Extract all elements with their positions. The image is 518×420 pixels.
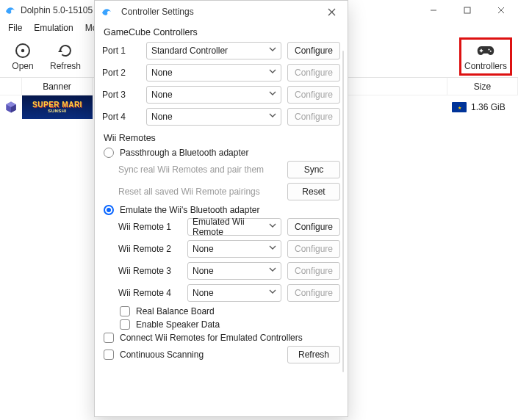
wii-remote4-label: Wii Remote 4 (118, 288, 181, 298)
radio-emulate[interactable]: Emulate the Wii's Bluetooth adapter (104, 205, 340, 215)
gc-port4-select[interactable]: None (146, 108, 281, 126)
refresh-icon (57, 42, 74, 61)
speaker-data-check[interactable]: Enable Speaker Data (120, 319, 340, 330)
gc-port4-label: Port 4 (102, 112, 140, 122)
platform-cell (0, 101, 22, 114)
reset-row: Reset all saved Wii Remote pairings Rese… (118, 183, 340, 200)
wii-remote2-label: Wii Remote 2 (118, 244, 181, 254)
continuous-scan-label[interactable]: Continuous Scanning (120, 350, 281, 360)
wii-remote2-select[interactable]: None (187, 240, 281, 258)
eu-flag-icon (452, 102, 467, 112)
gamepad-icon (477, 42, 494, 61)
gc-port2-row: Port 2 None Configure (102, 64, 340, 82)
connect-emulated-label: Connect Wii Remotes for Emulated Control… (120, 333, 303, 343)
dialog-title-text: Controller Settings (121, 7, 194, 17)
gc-port2-select[interactable]: None (146, 64, 281, 82)
wii-remote1-select[interactable]: Emulated Wii Remote (187, 218, 281, 236)
wii-remote2-configure[interactable]: Configure (287, 240, 340, 258)
dialog-titlebar: Controller Settings (95, 1, 348, 23)
menu-file[interactable]: File (3, 22, 27, 34)
chevron-down-icon (269, 112, 276, 119)
real-balance-label: Real Balance Board (136, 306, 215, 316)
minimize-button[interactable] (417, 0, 450, 21)
disc-icon (14, 42, 32, 61)
svg-point-8 (488, 48, 489, 50)
checkbox-icon (120, 319, 130, 330)
gc-port3-configure[interactable]: Configure (287, 86, 340, 104)
open-button[interactable]: Open (1, 37, 44, 76)
chevron-down-icon (269, 244, 276, 251)
dolphin-logo-icon (4, 4, 21, 16)
wii-remote3-label: Wii Remote 3 (118, 266, 181, 276)
gc-port2-label: Port 2 (102, 68, 140, 78)
svg-point-9 (490, 50, 492, 51)
gc-port2-configure[interactable]: Configure (287, 64, 340, 82)
chevron-down-icon (269, 222, 276, 229)
reset-text: Reset all saved Wii Remote pairings (118, 187, 281, 197)
wii-remote2-row: Wii Remote 2 None Configure (118, 240, 340, 258)
gamecube-icon (4, 101, 18, 114)
gc-port4-configure[interactable]: Configure (287, 108, 340, 126)
dialog-close-button[interactable] (315, 1, 348, 23)
controllers-button[interactable]: Controllers (459, 37, 512, 76)
chevron-down-icon (269, 90, 276, 97)
radio-emulate-label: Emulate the Wii's Bluetooth adapter (120, 205, 259, 215)
speaker-data-label: Enable Speaker Data (136, 319, 220, 330)
wii-remote3-row: Wii Remote 3 None Configure (118, 262, 340, 280)
chevron-down-icon (269, 266, 276, 273)
radio-icon (104, 148, 114, 158)
connect-emulated-check[interactable]: Connect Wii Remotes for Emulated Control… (104, 333, 340, 343)
game-banner: SUPER MARI SUNSHI (22, 95, 93, 119)
real-balance-check[interactable]: Real Balance Board (120, 306, 340, 316)
refresh-button[interactable]: Refresh (44, 37, 87, 76)
col-banner[interactable]: Banner (22, 78, 93, 95)
checkbox-icon[interactable] (104, 350, 114, 360)
sync-button[interactable]: Sync (287, 161, 340, 178)
gc-port1-label: Port 1 (102, 46, 140, 56)
wii-remote3-select[interactable]: None (187, 262, 281, 280)
gc-port1-configure[interactable]: Configure (287, 42, 340, 59)
game-size-cell: 1.36 GiB (447, 102, 518, 112)
controllers-label: Controllers (464, 61, 507, 71)
main-window-title: Dolphin 5.0-15105 (21, 5, 93, 15)
gc-port1-row: Port 1 Standard Controller Configure (102, 42, 340, 59)
radio-icon (104, 205, 114, 215)
svg-rect-1 (464, 7, 470, 13)
continuous-scan-row: Continuous Scanning Refresh (104, 346, 340, 363)
gc-port3-row: Port 3 None Configure (102, 86, 340, 104)
open-label: Open (12, 61, 33, 71)
dolphin-logo-icon (101, 6, 117, 18)
gc-port3-select[interactable]: None (146, 86, 281, 104)
dialog-scrollbar[interactable] (342, 51, 344, 372)
menu-emulation[interactable]: Emulation (29, 22, 78, 34)
radio-passthrough-label: Passthrough a Bluetooth adapter (120, 148, 248, 158)
wii-remote3-configure[interactable]: Configure (287, 262, 340, 280)
sync-text: Sync real Wii Remotes and pair them (118, 164, 281, 175)
gc-port4-row: Port 4 None Configure (102, 108, 340, 126)
col-platform[interactable] (0, 78, 22, 95)
maximize-button[interactable] (450, 0, 484, 21)
wii-heading: Wii Remotes (104, 133, 340, 143)
wii-remote4-select[interactable]: None (187, 284, 281, 302)
checkbox-icon (104, 333, 114, 343)
wii-remote1-row: Wii Remote 1 Emulated Wii Remote Configu… (118, 218, 340, 236)
svg-rect-7 (480, 50, 483, 51)
wii-refresh-button[interactable]: Refresh (287, 346, 340, 363)
chevron-down-icon (269, 68, 276, 75)
dialog-body: GameCube Controllers Port 1 Standard Con… (95, 23, 348, 416)
reset-button[interactable]: Reset (287, 183, 340, 200)
wii-remote4-row: Wii Remote 4 None Configure (118, 284, 340, 302)
gamecube-heading: GameCube Controllers (104, 27, 340, 37)
chevron-down-icon (269, 288, 276, 295)
gc-port1-select[interactable]: Standard Controller (146, 42, 281, 59)
wii-remote1-configure[interactable]: Configure (287, 218, 340, 236)
close-main-button[interactable] (484, 0, 518, 21)
checkbox-icon (120, 306, 130, 316)
controller-settings-dialog: Controller Settings GameCube Controllers… (94, 0, 348, 417)
svg-point-5 (21, 48, 24, 51)
gc-port3-label: Port 3 (102, 90, 140, 100)
refresh-label: Refresh (50, 61, 81, 71)
radio-passthrough[interactable]: Passthrough a Bluetooth adapter (104, 148, 340, 158)
wii-remote4-configure[interactable]: Configure (287, 284, 340, 302)
col-size[interactable]: Size (447, 78, 518, 95)
